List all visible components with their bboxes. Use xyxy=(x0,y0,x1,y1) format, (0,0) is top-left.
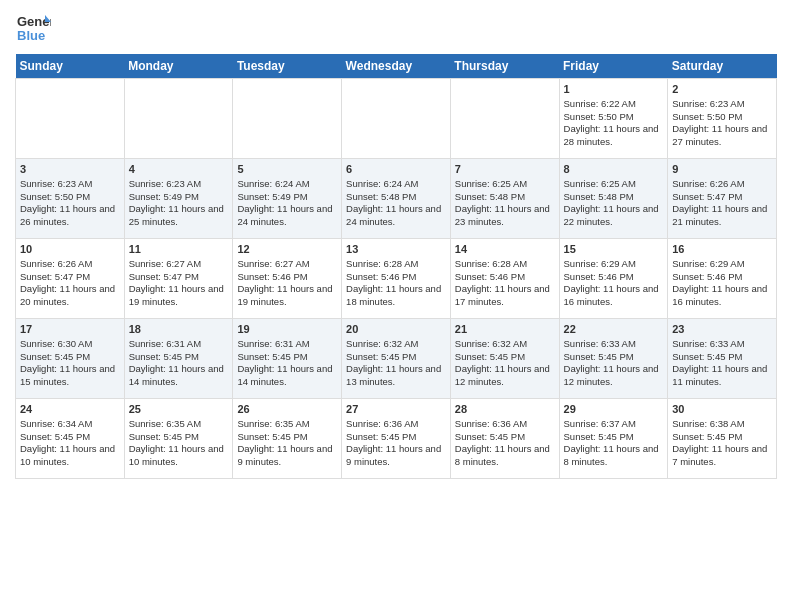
day-info: Sunrise: 6:35 AM Sunset: 5:45 PM Dayligh… xyxy=(237,418,337,469)
day-number: 3 xyxy=(20,162,120,177)
calendar-cell: 19Sunrise: 6:31 AM Sunset: 5:45 PM Dayli… xyxy=(233,319,342,399)
svg-text:Blue: Blue xyxy=(17,28,45,43)
day-number: 28 xyxy=(455,402,555,417)
logo: General Blue xyxy=(15,10,51,46)
day-info: Sunrise: 6:30 AM Sunset: 5:45 PM Dayligh… xyxy=(20,338,120,389)
calendar-week-3: 10Sunrise: 6:26 AM Sunset: 5:47 PM Dayli… xyxy=(16,239,777,319)
calendar-body: 1Sunrise: 6:22 AM Sunset: 5:50 PM Daylig… xyxy=(16,79,777,479)
weekday-header-thursday: Thursday xyxy=(450,54,559,79)
day-number: 23 xyxy=(672,322,772,337)
day-info: Sunrise: 6:35 AM Sunset: 5:45 PM Dayligh… xyxy=(129,418,229,469)
day-info: Sunrise: 6:25 AM Sunset: 5:48 PM Dayligh… xyxy=(564,178,664,229)
calendar-cell: 21Sunrise: 6:32 AM Sunset: 5:45 PM Dayli… xyxy=(450,319,559,399)
day-number: 13 xyxy=(346,242,446,257)
day-number: 20 xyxy=(346,322,446,337)
calendar-cell: 30Sunrise: 6:38 AM Sunset: 5:45 PM Dayli… xyxy=(668,399,777,479)
day-number: 30 xyxy=(672,402,772,417)
calendar-cell: 15Sunrise: 6:29 AM Sunset: 5:46 PM Dayli… xyxy=(559,239,668,319)
calendar-cell: 23Sunrise: 6:33 AM Sunset: 5:45 PM Dayli… xyxy=(668,319,777,399)
day-info: Sunrise: 6:29 AM Sunset: 5:46 PM Dayligh… xyxy=(672,258,772,309)
calendar-cell: 16Sunrise: 6:29 AM Sunset: 5:46 PM Dayli… xyxy=(668,239,777,319)
day-info: Sunrise: 6:36 AM Sunset: 5:45 PM Dayligh… xyxy=(455,418,555,469)
calendar-cell: 2Sunrise: 6:23 AM Sunset: 5:50 PM Daylig… xyxy=(668,79,777,159)
day-info: Sunrise: 6:34 AM Sunset: 5:45 PM Dayligh… xyxy=(20,418,120,469)
day-number: 16 xyxy=(672,242,772,257)
day-number: 6 xyxy=(346,162,446,177)
calendar-week-5: 24Sunrise: 6:34 AM Sunset: 5:45 PM Dayli… xyxy=(16,399,777,479)
calendar-cell: 27Sunrise: 6:36 AM Sunset: 5:45 PM Dayli… xyxy=(342,399,451,479)
day-number: 5 xyxy=(237,162,337,177)
weekday-header-saturday: Saturday xyxy=(668,54,777,79)
calendar-cell xyxy=(342,79,451,159)
day-info: Sunrise: 6:29 AM Sunset: 5:46 PM Dayligh… xyxy=(564,258,664,309)
calendar-cell: 4Sunrise: 6:23 AM Sunset: 5:49 PM Daylig… xyxy=(124,159,233,239)
calendar-cell: 24Sunrise: 6:34 AM Sunset: 5:45 PM Dayli… xyxy=(16,399,125,479)
calendar-cell: 25Sunrise: 6:35 AM Sunset: 5:45 PM Dayli… xyxy=(124,399,233,479)
calendar-cell xyxy=(450,79,559,159)
calendar-cell: 12Sunrise: 6:27 AM Sunset: 5:46 PM Dayli… xyxy=(233,239,342,319)
calendar-cell: 28Sunrise: 6:36 AM Sunset: 5:45 PM Dayli… xyxy=(450,399,559,479)
day-info: Sunrise: 6:26 AM Sunset: 5:47 PM Dayligh… xyxy=(20,258,120,309)
day-info: Sunrise: 6:31 AM Sunset: 5:45 PM Dayligh… xyxy=(129,338,229,389)
calendar-cell xyxy=(124,79,233,159)
day-info: Sunrise: 6:37 AM Sunset: 5:45 PM Dayligh… xyxy=(564,418,664,469)
calendar-week-4: 17Sunrise: 6:30 AM Sunset: 5:45 PM Dayli… xyxy=(16,319,777,399)
day-info: Sunrise: 6:26 AM Sunset: 5:47 PM Dayligh… xyxy=(672,178,772,229)
day-number: 14 xyxy=(455,242,555,257)
day-info: Sunrise: 6:28 AM Sunset: 5:46 PM Dayligh… xyxy=(346,258,446,309)
calendar-cell: 7Sunrise: 6:25 AM Sunset: 5:48 PM Daylig… xyxy=(450,159,559,239)
calendar-table: SundayMondayTuesdayWednesdayThursdayFrid… xyxy=(15,54,777,479)
calendar-cell: 10Sunrise: 6:26 AM Sunset: 5:47 PM Dayli… xyxy=(16,239,125,319)
calendar-cell: 11Sunrise: 6:27 AM Sunset: 5:47 PM Dayli… xyxy=(124,239,233,319)
day-info: Sunrise: 6:32 AM Sunset: 5:45 PM Dayligh… xyxy=(455,338,555,389)
day-info: Sunrise: 6:22 AM Sunset: 5:50 PM Dayligh… xyxy=(564,98,664,149)
day-number: 26 xyxy=(237,402,337,417)
calendar-cell: 13Sunrise: 6:28 AM Sunset: 5:46 PM Dayli… xyxy=(342,239,451,319)
day-info: Sunrise: 6:33 AM Sunset: 5:45 PM Dayligh… xyxy=(564,338,664,389)
day-number: 22 xyxy=(564,322,664,337)
day-info: Sunrise: 6:24 AM Sunset: 5:49 PM Dayligh… xyxy=(237,178,337,229)
day-number: 2 xyxy=(672,82,772,97)
day-number: 21 xyxy=(455,322,555,337)
calendar-cell: 26Sunrise: 6:35 AM Sunset: 5:45 PM Dayli… xyxy=(233,399,342,479)
day-number: 15 xyxy=(564,242,664,257)
day-number: 12 xyxy=(237,242,337,257)
weekday-header-monday: Monday xyxy=(124,54,233,79)
calendar-cell: 22Sunrise: 6:33 AM Sunset: 5:45 PM Dayli… xyxy=(559,319,668,399)
calendar-cell xyxy=(16,79,125,159)
day-number: 10 xyxy=(20,242,120,257)
day-info: Sunrise: 6:33 AM Sunset: 5:45 PM Dayligh… xyxy=(672,338,772,389)
day-info: Sunrise: 6:31 AM Sunset: 5:45 PM Dayligh… xyxy=(237,338,337,389)
calendar-cell: 29Sunrise: 6:37 AM Sunset: 5:45 PM Dayli… xyxy=(559,399,668,479)
day-info: Sunrise: 6:27 AM Sunset: 5:46 PM Dayligh… xyxy=(237,258,337,309)
day-info: Sunrise: 6:23 AM Sunset: 5:50 PM Dayligh… xyxy=(20,178,120,229)
day-number: 9 xyxy=(672,162,772,177)
calendar-cell: 5Sunrise: 6:24 AM Sunset: 5:49 PM Daylig… xyxy=(233,159,342,239)
calendar-header: SundayMondayTuesdayWednesdayThursdayFrid… xyxy=(16,54,777,79)
day-number: 24 xyxy=(20,402,120,417)
calendar-week-2: 3Sunrise: 6:23 AM Sunset: 5:50 PM Daylig… xyxy=(16,159,777,239)
weekday-header-friday: Friday xyxy=(559,54,668,79)
day-info: Sunrise: 6:23 AM Sunset: 5:50 PM Dayligh… xyxy=(672,98,772,149)
weekday-header-wednesday: Wednesday xyxy=(342,54,451,79)
day-number: 18 xyxy=(129,322,229,337)
day-number: 7 xyxy=(455,162,555,177)
day-number: 4 xyxy=(129,162,229,177)
day-info: Sunrise: 6:38 AM Sunset: 5:45 PM Dayligh… xyxy=(672,418,772,469)
day-number: 11 xyxy=(129,242,229,257)
header: General Blue xyxy=(15,10,777,46)
day-info: Sunrise: 6:32 AM Sunset: 5:45 PM Dayligh… xyxy=(346,338,446,389)
calendar-cell: 1Sunrise: 6:22 AM Sunset: 5:50 PM Daylig… xyxy=(559,79,668,159)
calendar-cell: 17Sunrise: 6:30 AM Sunset: 5:45 PM Dayli… xyxy=(16,319,125,399)
calendar-cell: 20Sunrise: 6:32 AM Sunset: 5:45 PM Dayli… xyxy=(342,319,451,399)
day-info: Sunrise: 6:28 AM Sunset: 5:46 PM Dayligh… xyxy=(455,258,555,309)
calendar-cell: 9Sunrise: 6:26 AM Sunset: 5:47 PM Daylig… xyxy=(668,159,777,239)
logo-icon: General Blue xyxy=(15,10,51,46)
calendar-cell: 3Sunrise: 6:23 AM Sunset: 5:50 PM Daylig… xyxy=(16,159,125,239)
day-number: 8 xyxy=(564,162,664,177)
calendar-cell: 8Sunrise: 6:25 AM Sunset: 5:48 PM Daylig… xyxy=(559,159,668,239)
calendar-cell: 18Sunrise: 6:31 AM Sunset: 5:45 PM Dayli… xyxy=(124,319,233,399)
weekday-header-tuesday: Tuesday xyxy=(233,54,342,79)
day-number: 17 xyxy=(20,322,120,337)
calendar-cell xyxy=(233,79,342,159)
